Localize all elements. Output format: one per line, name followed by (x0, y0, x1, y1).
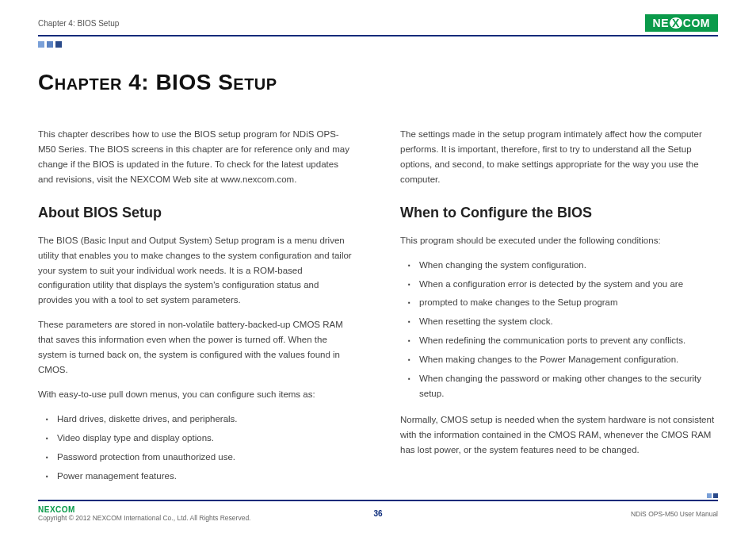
square-icon (707, 493, 712, 498)
when-list: When changing the system configuration. … (408, 258, 718, 402)
list-item: prompted to make changes to the Setup pr… (408, 295, 718, 310)
list-item: Video display type and display options. (46, 431, 356, 446)
heading-about: About BIOS Setup (38, 201, 356, 225)
square-icon (38, 41, 44, 48)
about-list: Hard drives, diskette drives, and periph… (46, 412, 356, 484)
list-item: Hard drives, diskette drives, and periph… (46, 412, 356, 427)
logo-right: COM (683, 17, 710, 29)
brand-logo: NEXCOM (645, 14, 718, 32)
when-p1: This program should be executed under th… (400, 233, 718, 248)
settings-paragraph: The settings made in the setup program i… (400, 127, 718, 187)
list-item: When changing the password or making oth… (408, 371, 718, 401)
right-column: The settings made in the setup program i… (400, 127, 718, 495)
manual-name: NDiS OPS-M50 User Manual (631, 510, 718, 518)
left-column: This chapter describes how to use the BI… (38, 127, 356, 495)
square-icon (713, 493, 718, 498)
about-p3: With easy-to-use pull down menus, you ca… (38, 387, 356, 402)
footer-squares (707, 493, 718, 498)
square-icon (47, 41, 53, 48)
list-item: When resetting the system clock. (408, 314, 718, 329)
about-p1: The BIOS (Basic Input and Output System)… (38, 233, 356, 309)
about-p2: These parameters are stored in non-volat… (38, 317, 356, 378)
list-item: When making changes to the Power Managem… (408, 352, 718, 367)
list-item: Password protection from unauthorized us… (46, 450, 356, 465)
copyright-text: Copyright © 2012 NEXCOM International Co… (38, 514, 250, 522)
when-p2: Normally, CMOS setup is needed when the … (400, 412, 718, 458)
list-item: When changing the system configuration. (408, 258, 718, 273)
logo-left: NE (653, 17, 669, 29)
page-number: 36 (373, 509, 382, 518)
footer-logo: NEXCOM (38, 505, 250, 514)
intro-paragraph: This chapter describes how to use the BI… (38, 127, 356, 187)
list-item: When a configuration error is detected b… (408, 277, 718, 292)
square-icon (55, 41, 62, 48)
chapter-label: Chapter 4: BIOS Setup (38, 19, 119, 28)
decorative-squares (38, 41, 718, 48)
footer-rule (38, 500, 718, 501)
header-rule (38, 35, 718, 36)
heading-when: When to Configure the BIOS (400, 201, 718, 225)
page-title: Chapter 4: BIOS Setup (38, 70, 718, 95)
logo-x-icon: X (670, 17, 682, 29)
list-item: Power management features. (46, 469, 356, 484)
list-item: When redefining the communication ports … (408, 333, 718, 348)
